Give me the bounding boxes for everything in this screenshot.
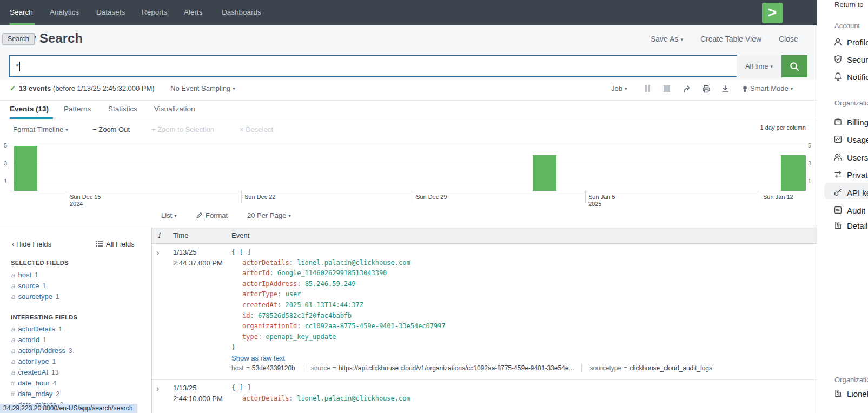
sidebar-item-profile[interactable]: Profile bbox=[847, 38, 868, 47]
close-button[interactable]: Close bbox=[779, 35, 798, 43]
event-json: { [-] actorDetails: lionel.palacin@click… bbox=[231, 248, 813, 354]
per-page-dropdown[interactable]: 20 Per Page▾ bbox=[247, 211, 291, 219]
sidebar-item-private-endpoints[interactable]: Private endpoints bbox=[847, 170, 868, 179]
pause-button[interactable] bbox=[645, 85, 650, 92]
smart-mode-dropdown[interactable]: Smart Mode▾ bbox=[750, 84, 793, 92]
tab-events[interactable]: Events (13) bbox=[10, 105, 49, 113]
field-sourcetype[interactable]: asourcetype1 bbox=[11, 292, 59, 301]
field-host[interactable]: ahost1 bbox=[11, 271, 38, 279]
meta-source[interactable]: source=https://api.clickhouse.cloud/v1/o… bbox=[303, 364, 582, 372]
format-results-button[interactable]: Format bbox=[196, 211, 228, 219]
text-cursor bbox=[19, 62, 21, 71]
nav-item-datasets[interactable]: Datasets bbox=[96, 8, 125, 16]
x-axis-label: Sun Jan 52025 bbox=[588, 194, 615, 208]
event-row-expander[interactable]: › bbox=[156, 249, 159, 257]
sidebar-item-security[interactable]: Security bbox=[847, 55, 868, 64]
sidebar-item-audit[interactable]: Audit bbox=[847, 206, 865, 215]
field-actorDetails[interactable]: aactorDetails1 bbox=[11, 325, 62, 333]
event-sampling-dropdown[interactable]: No Event Sampling▾ bbox=[170, 84, 235, 92]
field-source[interactable]: asource1 bbox=[11, 282, 46, 290]
x-axis-label: Sun Jan 12 bbox=[763, 194, 793, 201]
json-field-line[interactable]: actorDetails: lionel.palacin@clickhouse.… bbox=[231, 259, 813, 270]
json-field-line[interactable]: actorDetails: lionel.palacin@clickhouse.… bbox=[231, 395, 813, 405]
sidebar-item-users[interactable]: Users bbox=[847, 153, 868, 162]
nav-item-search[interactable]: Search bbox=[10, 8, 33, 16]
sidebar-item-notifications[interactable]: Notifications bbox=[847, 72, 868, 82]
zoom-to-selection-button: + Zoom to Selection bbox=[151, 125, 214, 134]
job-menu[interactable]: Job▾ bbox=[611, 84, 627, 92]
nav-item-analytics[interactable]: Analytics bbox=[50, 8, 79, 16]
string-field-icon: a bbox=[11, 282, 15, 290]
return-link[interactable]: Return to bbox=[834, 1, 863, 9]
field-date_hour[interactable]: #date_hour4 bbox=[11, 379, 56, 387]
json-field-line[interactable]: id: 678526d582c1f20fac4babfb bbox=[231, 312, 813, 323]
string-field-icon: a bbox=[11, 336, 15, 344]
tab-visualization[interactable]: Visualization bbox=[154, 105, 195, 113]
search-tooltip: Search bbox=[2, 33, 35, 45]
event-row-expander[interactable]: › bbox=[156, 385, 159, 392]
share-button[interactable] bbox=[683, 85, 692, 93]
list-view-dropdown[interactable]: List▾ bbox=[161, 211, 177, 219]
meta-host[interactable]: host=53de4339120b bbox=[231, 364, 303, 372]
column-header-time[interactable]: Time bbox=[173, 231, 188, 239]
timeline-bar[interactable] bbox=[781, 155, 806, 191]
field-actorIpAddress[interactable]: aactorIpAddress3 bbox=[11, 347, 72, 355]
tab-patterns[interactable]: Patterns bbox=[64, 105, 91, 113]
field-actorId[interactable]: aactorId1 bbox=[11, 336, 47, 344]
sidebar-item-billing[interactable]: Billing bbox=[847, 118, 868, 127]
account-section-heading: Account bbox=[834, 22, 860, 30]
format-timeline-dropdown[interactable]: Format Timeline▾ bbox=[13, 125, 68, 134]
sidebar-item-organization-lionel[interactable]: Lionel bbox=[847, 389, 868, 398]
shield-icon bbox=[833, 55, 843, 64]
nav-item-reports[interactable]: Reports bbox=[142, 8, 167, 16]
search-submit-button[interactable] bbox=[781, 55, 807, 77]
json-open-line: { [-] bbox=[231, 248, 813, 259]
meta-sourcetype[interactable]: sourcetype=clickhouse_cloud_audit_logs bbox=[581, 364, 720, 372]
check-icon: ✓ bbox=[10, 84, 16, 92]
json-field-line[interactable]: type: openapi_key_update bbox=[231, 333, 813, 344]
organization-section-heading: Organization bbox=[834, 99, 868, 107]
all-fields-button[interactable]: All Fields bbox=[96, 240, 135, 248]
splunk-logo-icon[interactable]: > bbox=[762, 3, 783, 23]
field-actorType[interactable]: aactorType1 bbox=[11, 357, 56, 365]
create-table-view-button[interactable]: Create Table View bbox=[700, 35, 761, 43]
sidebar-item-details[interactable]: Details bbox=[847, 221, 868, 230]
search-input[interactable]: * bbox=[9, 55, 743, 77]
print-button[interactable] bbox=[702, 85, 711, 93]
chart-baseline bbox=[9, 191, 806, 191]
json-field-line[interactable]: actorId: Google_114602629918513043390 bbox=[231, 269, 813, 280]
sidebar-item-api-keys[interactable]: API keys bbox=[847, 188, 868, 197]
field-createdAt[interactable]: acreatedAt13 bbox=[11, 368, 58, 376]
save-as-button[interactable]: Save As▾ bbox=[651, 35, 683, 43]
y-axis-label: 1 bbox=[808, 178, 811, 184]
time-range-picker[interactable]: All time▾ bbox=[737, 55, 781, 77]
timeline-bar[interactable] bbox=[533, 155, 556, 191]
nav-item-alerts[interactable]: Alerts bbox=[184, 8, 203, 16]
export-button[interactable] bbox=[721, 85, 729, 93]
json-field-line[interactable]: organizationId: cc1092aa-8775-459e-9401-… bbox=[231, 322, 813, 333]
timeline-chart[interactable]: 113355Sun Dec 152024Sun Dec 22Sun Dec 29… bbox=[0, 142, 817, 206]
field-date_mday[interactable]: #date_mday2 bbox=[11, 390, 59, 398]
sidebar-item-usage[interactable]: Usage bbox=[847, 135, 868, 144]
json-field-line[interactable]: actorIpAddress: 85.246.59.249 bbox=[231, 280, 813, 291]
x-axis-tick bbox=[67, 191, 67, 203]
x-axis-label: Sun Dec 22 bbox=[244, 194, 275, 201]
timeline-bar[interactable] bbox=[14, 146, 37, 191]
x-axis-tick bbox=[585, 191, 586, 203]
event-date: 1/13/25 bbox=[173, 248, 196, 256]
json-field-line[interactable]: createdAt: 2025-01-13T14:44:37Z bbox=[231, 301, 813, 312]
search-query-text: * bbox=[16, 62, 19, 71]
chart-gridline bbox=[9, 182, 806, 182]
stop-button[interactable] bbox=[664, 85, 670, 92]
zoom-out-button[interactable]: − Zoom Out bbox=[92, 125, 130, 134]
hide-fields-button[interactable]: ‹ Hide Fields bbox=[12, 240, 51, 248]
json-field-line[interactable]: actorType: user bbox=[231, 290, 813, 301]
nav-item-dashboards[interactable]: Dashboards bbox=[222, 8, 261, 16]
main-nav: Search Analytics Datasets Reports Alerts… bbox=[0, 0, 817, 25]
collapse-json-link[interactable]: [-] bbox=[239, 248, 251, 256]
magnifier-icon bbox=[789, 61, 800, 72]
tab-statistics[interactable]: Statistics bbox=[108, 105, 137, 113]
y-axis-label: 5 bbox=[0, 142, 7, 149]
collapse-json-link[interactable]: [-] bbox=[239, 384, 251, 391]
show-raw-text-link[interactable]: Show as raw text bbox=[231, 354, 285, 362]
